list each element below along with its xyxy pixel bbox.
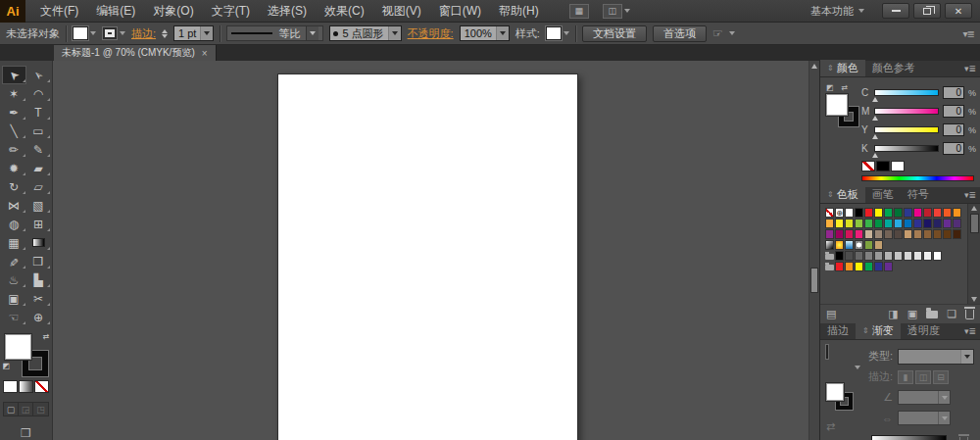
chevron-down-icon[interactable]: [729, 31, 735, 35]
column-graph-tool[interactable]: ▙: [26, 270, 51, 289]
color-swatch[interactable]: [953, 219, 961, 228]
gradient-button[interactable]: [19, 380, 33, 393]
slider-value-C[interactable]: 0: [943, 86, 964, 99]
scrollbar-thumb[interactable]: [810, 268, 818, 293]
color-swatch[interactable]: [874, 208, 883, 218]
color-swatch[interactable]: [953, 208, 961, 218]
line-segment-tool[interactable]: ╲: [2, 122, 26, 140]
style-control[interactable]: [546, 26, 569, 40]
color-swatch[interactable]: [904, 251, 912, 261]
stroke-swatch[interactable]: [102, 26, 118, 40]
color-group-folder[interactable]: [825, 262, 834, 271]
tab-gradient-1[interactable]: ⇕渐变: [856, 322, 901, 339]
lasso-tool[interactable]: ◠: [26, 84, 51, 103]
color-swatch[interactable]: [835, 251, 844, 261]
color-swatch[interactable]: [874, 251, 883, 261]
color-swatch[interactable]: [913, 219, 922, 228]
color-button[interactable]: [3, 380, 18, 393]
opacity-field[interactable]: 100%: [460, 25, 510, 41]
color-swatch[interactable]: [864, 251, 873, 261]
swap-fill-stroke-icon[interactable]: ⇄: [43, 332, 50, 341]
stroke-color-control[interactable]: [102, 26, 125, 40]
gradient-swatch[interactable]: [835, 240, 844, 250]
quick-swatch[interactable]: [876, 161, 890, 171]
workspace-switcher[interactable]: 基本功能: [810, 4, 864, 19]
swap-fill-stroke-icon[interactable]: ⇄: [842, 83, 849, 92]
width-profile-field[interactable]: 等比: [226, 25, 323, 41]
color-swatch[interactable]: [874, 219, 883, 228]
stroke-panel-link[interactable]: 描边:: [131, 26, 156, 41]
color-swatch[interactable]: [913, 208, 922, 218]
shape-builder-tool[interactable]: ◍: [2, 215, 26, 233]
panel-menu-icon[interactable]: ▾≣: [964, 190, 976, 200]
color-swatch[interactable]: [874, 229, 883, 239]
color-swatch[interactable]: [845, 229, 854, 239]
type-tool[interactable]: T: [26, 103, 51, 122]
close-button[interactable]: ✕: [945, 3, 972, 19]
scale-tool[interactable]: ▱: [26, 177, 51, 196]
scroll-down-icon[interactable]: [971, 297, 977, 302]
menu-item-6[interactable]: 视图(V): [373, 0, 430, 23]
screen-mode-button[interactable]: ❒: [21, 426, 31, 440]
color-swatch[interactable]: [894, 229, 903, 239]
width-tool[interactable]: ⋈: [2, 196, 26, 215]
color-swatch[interactable]: [904, 229, 912, 239]
color-swatch[interactable]: [933, 208, 942, 218]
tab-color-0[interactable]: ⇕颜色: [820, 60, 865, 76]
profile-dropdown[interactable]: [306, 26, 318, 40]
scroll-up-icon[interactable]: [811, 64, 817, 69]
quick-swatch[interactable]: [891, 161, 905, 171]
default-fill-stroke-icon[interactable]: ◩: [826, 83, 834, 92]
gradient-slider[interactable]: [863, 432, 974, 440]
color-swatch[interactable]: [845, 208, 854, 218]
direct-selection-tool[interactable]: ➣: [26, 66, 51, 84]
new-color-group-icon[interactable]: [926, 311, 938, 318]
paintbrush-tool[interactable]: ✏: [2, 140, 26, 159]
slider-value-K[interactable]: 0: [943, 142, 964, 155]
delete-swatch-icon[interactable]: [965, 310, 974, 319]
slider-track-M[interactable]: [874, 108, 939, 115]
selection-tool[interactable]: ➤: [2, 66, 26, 84]
eyedropper-tool[interactable]: ✐: [2, 252, 26, 270]
menu-item-4[interactable]: 选择(S): [259, 0, 316, 23]
tab-gradient-2[interactable]: 透明度: [901, 322, 947, 339]
gradient-thumbnail[interactable]: [826, 345, 828, 359]
color-swatch[interactable]: [943, 219, 952, 228]
gradient-type-dropdown[interactable]: [898, 349, 974, 365]
color-swatch[interactable]: [825, 219, 834, 228]
color-swatch[interactable]: [845, 219, 854, 228]
slider-thumb[interactable]: [872, 97, 878, 102]
new-swatch-icon[interactable]: ❏: [947, 308, 956, 320]
stroke-width-field[interactable]: 1 pt: [173, 25, 214, 41]
tab-swatches-2[interactable]: 符号: [901, 186, 936, 203]
color-swatch[interactable]: [884, 229, 893, 239]
style-swatch[interactable]: [546, 26, 562, 40]
color-swatch[interactable]: [855, 219, 863, 228]
tab-color-1[interactable]: 颜色参考: [865, 60, 922, 76]
document-tab[interactable]: 未标题-1 @ 70% (CMYK/预览) ×: [54, 45, 217, 61]
color-swatch[interactable]: [864, 229, 873, 239]
color-swatch[interactable]: [943, 229, 952, 239]
opacity-panel-link[interactable]: 不透明度:: [408, 26, 454, 41]
tab-swatches-0[interactable]: ⇕色板: [820, 186, 865, 203]
free-transform-tool[interactable]: ▧: [26, 196, 51, 215]
color-fill-proxy[interactable]: [826, 94, 848, 116]
gradient-aspect-combo[interactable]: [898, 411, 951, 425]
panel-menu-icon[interactable]: ▾≣: [964, 64, 976, 73]
gradient-tool[interactable]: [26, 233, 51, 252]
default-fill-stroke-icon[interactable]: ◩: [3, 362, 11, 370]
gradient-along-stroke-button[interactable]: ◫: [915, 370, 931, 384]
color-swatch[interactable]: [845, 251, 854, 261]
opacity-dropdown[interactable]: [496, 26, 509, 40]
none-button[interactable]: [34, 380, 49, 393]
color-swatch[interactable]: [825, 229, 834, 239]
slider-track-Y[interactable]: [874, 126, 939, 133]
color-swatch[interactable]: [913, 229, 922, 239]
gradient-swatch[interactable]: [845, 240, 854, 250]
color-swatch[interactable]: [923, 219, 932, 228]
gradient-swatch[interactable]: [825, 240, 834, 250]
color-swatch[interactable]: [835, 219, 844, 228]
perspective-grid-tool[interactable]: ⊞: [26, 215, 51, 233]
pen-tool[interactable]: ✒: [2, 103, 26, 122]
color-swatch[interactable]: [864, 262, 873, 271]
